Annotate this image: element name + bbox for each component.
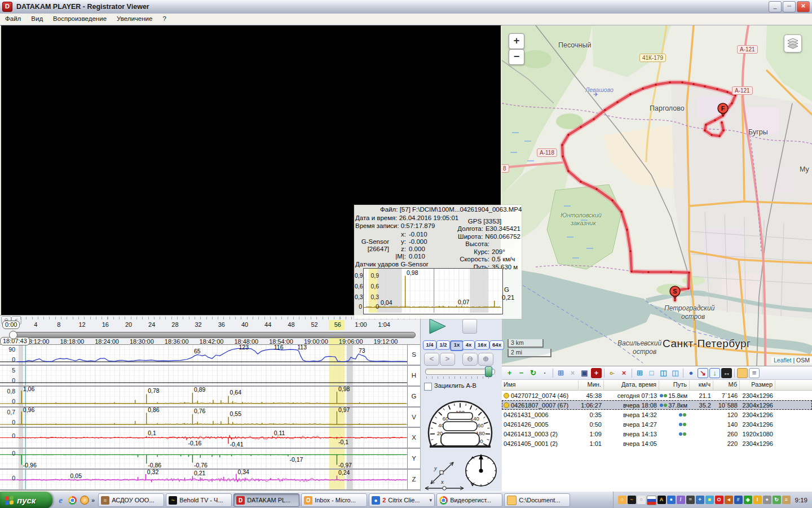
stamp-icon[interactable]: ≡ [782, 496, 791, 504]
save-icon[interactable]: ▣ [579, 368, 590, 378]
ie-icon[interactable]: e [56, 496, 65, 505]
speed-button-1x[interactable]: 1x [450, 340, 464, 351]
key-delete-icon[interactable]: × [619, 368, 629, 378]
map-panel[interactable]: ✈ FS + − ПесочныйЛевашовоПарголовоБугрыЮ… [502, 25, 812, 366]
speed-button-64x[interactable]: 64x [489, 340, 504, 350]
column-header-4[interactable]: км/ч [690, 380, 713, 390]
map-zoom-in-button[interactable]: + [509, 33, 524, 49]
behold-tv-icon[interactable]: ~ [628, 496, 636, 504]
osm-link[interactable]: | OSM [793, 357, 810, 364]
medkit-icon[interactable]: + [591, 368, 602, 378]
taskbar-task-acdou[interactable]: ≡АСДОУ ООО... [98, 493, 164, 507]
menu-view[interactable]: Вид [26, 14, 48, 25]
remove-icon[interactable]: − [516, 368, 527, 378]
sync-icon[interactable]: ◆ [744, 496, 752, 504]
file-row[interactable]: 04261807_0007 (67)1:06:27вчера 18:0837.8… [502, 400, 812, 410]
layers2-icon[interactable]: ◫ [670, 368, 681, 378]
outlook-reminder-icon[interactable]: ○ [618, 496, 626, 504]
network-icon[interactable]: # [734, 496, 743, 504]
step-back-button[interactable]: < [424, 353, 439, 366]
column-header-2[interactable]: Дата, время [604, 380, 659, 390]
cut-disabled-icon[interactable]: × [567, 368, 578, 378]
restore-button[interactable]: ▫▫ [783, 1, 796, 12]
outlook-clock-icon[interactable] [80, 496, 89, 505]
file-row[interactable]: 04261413_0003 (2)1:09вчера 14:132601920x… [502, 429, 812, 439]
zoom-in-chart-button[interactable]: ⊕ [478, 353, 493, 366]
play-button[interactable] [427, 318, 448, 335]
chrome-icon[interactable] [68, 496, 77, 505]
timeline-time-label: 18:18:00 [56, 338, 88, 345]
column-header-5[interactable]: Мб [713, 380, 740, 390]
lang-ru-icon[interactable] [647, 496, 656, 505]
speed-button-1-4[interactable]: 1/4 [423, 340, 436, 350]
quick-launch-chevron[interactable]: » [91, 497, 95, 503]
close-button[interactable]: ✕ [797, 1, 810, 12]
course-compass [462, 451, 500, 488]
column-header-0[interactable]: Имя [502, 380, 579, 390]
menu-file[interactable]: Файл [0, 14, 26, 25]
taskbar-task-chrome[interactable]: Видеорегист... [436, 493, 502, 507]
report-icon[interactable]: ≡ [749, 368, 760, 378]
leaflet-link[interactable]: Leaflet [774, 357, 792, 364]
speed-button-4x[interactable]: 4x [462, 340, 475, 350]
zoom-out-chart-button[interactable]: ⊖ [462, 353, 478, 366]
frame-icon[interactable]: □ [646, 368, 657, 378]
green-util-icon[interactable]: ↻ [773, 496, 781, 504]
refresh-icon[interactable]: ↻ [528, 368, 539, 378]
copy-icon[interactable]: ⊞ [555, 368, 566, 378]
stop-button[interactable] [462, 319, 477, 334]
update-icon[interactable]: ○ [637, 496, 646, 504]
column-header-6[interactable]: Размер [740, 380, 775, 390]
step-forward-button[interactable]: > [440, 353, 455, 366]
timeline-scrubber-thumb[interactable] [9, 331, 17, 339]
shield-icon[interactable]: ! [753, 496, 762, 504]
export-icon[interactable]: ↓ [709, 368, 720, 378]
taskbar-task-outlook[interactable]: OInbox - Micro... [301, 493, 367, 507]
citrix-icon[interactable]: ● [667, 496, 676, 504]
file-row[interactable]: 04261431_00060:35вчера 14:321202304x1296 [502, 410, 812, 419]
minimize-button[interactable]: _ [769, 1, 782, 12]
oracle-icon[interactable]: O [715, 496, 723, 504]
admin-tools-icon[interactable]: + [696, 496, 704, 504]
chart-scale-slider-thumb[interactable] [485, 366, 492, 377]
menu-zoom[interactable]: Увеличение [112, 14, 157, 25]
display-icon[interactable]: ■ [705, 496, 714, 504]
globe-icon[interactable]: ● [686, 368, 696, 378]
map-canvas[interactable]: ✈ FS [502, 25, 812, 366]
file-row[interactable]: 04261426_00050:50вчера 14:271402304x1296 [502, 419, 812, 429]
pen-icon[interactable]: / [677, 496, 685, 504]
more-icon[interactable]: · [540, 368, 550, 378]
frame-add-icon[interactable]: ⊞ [634, 368, 645, 378]
menu-playback[interactable]: Воспроизведение [48, 14, 112, 25]
taskbar-task-folder[interactable]: C:\Document... [504, 493, 570, 507]
timeline[interactable]: ⊖ < 0:00 18:07:43 4812162024283236404448… [0, 315, 420, 345]
timeline-scrubber-track[interactable] [12, 332, 416, 338]
range-icon[interactable]: ↔ [721, 368, 732, 378]
key-icon[interactable]: o- [607, 368, 617, 378]
file-row[interactable]: 04270712_0074 (46)45:38сегодня 07:1315.8… [502, 391, 812, 400]
chart-icon[interactable]: ↘ [698, 368, 708, 378]
timeline-minute-label: 36 [212, 321, 231, 328]
timeline-minute-label: 1:00 [351, 321, 370, 328]
speed-button-1-2[interactable]: 1/2 [436, 340, 450, 350]
add-icon[interactable]: + [504, 368, 515, 378]
punto-icon[interactable]: A [657, 496, 666, 504]
file-row[interactable]: 04261405_0001 (2)1:01вчера 14:052202304x… [502, 439, 812, 448]
taskbar-task-behold[interactable]: ~Behold TV - Ч... [166, 493, 232, 507]
column-header-1[interactable]: Мин. [579, 380, 604, 390]
column-header-3[interactable]: Путь [659, 380, 690, 390]
volume-icon[interactable]: ◄ [725, 496, 733, 504]
device-icon[interactable]: = [686, 496, 695, 504]
map-layers-button[interactable] [784, 34, 802, 52]
folder-icon[interactable] [737, 368, 748, 378]
loop-ab-checkbox[interactable] [424, 383, 432, 391]
taskbar-task-citrix[interactable]: ●2Citrix Clie...▾ [369, 493, 435, 507]
menu-help[interactable]: ? [157, 14, 171, 25]
file-size-mb: 7`146 [713, 392, 740, 399]
taskbar-task-datakam[interactable]: DDATAKAM PL... [233, 493, 299, 507]
map-zoom-out-button[interactable]: − [509, 49, 524, 65]
layers-icon[interactable]: ◫ [658, 368, 669, 378]
start-button[interactable]: пуск [0, 492, 52, 508]
audio-icon[interactable]: ● [763, 496, 771, 504]
speed-button-16x[interactable]: 16x [475, 340, 489, 350]
